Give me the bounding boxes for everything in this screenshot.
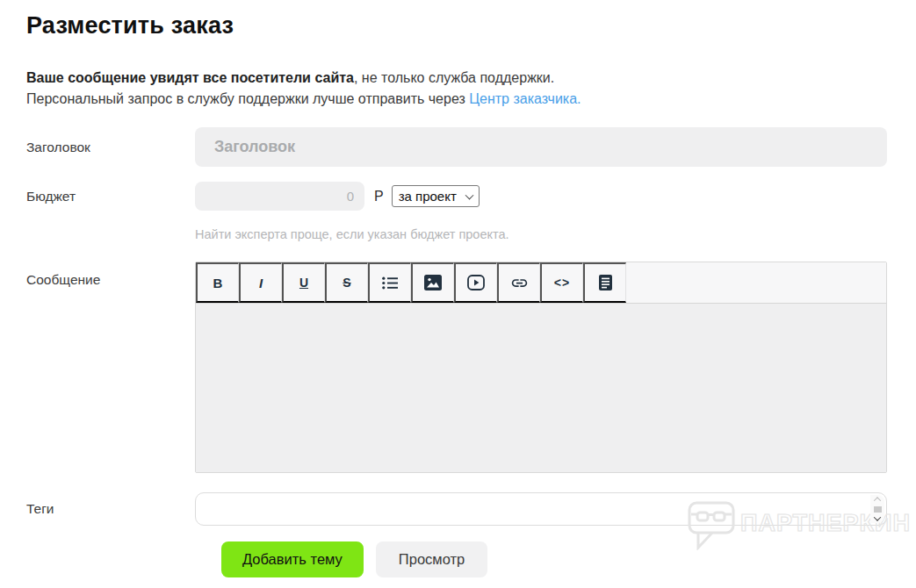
form-actions: Добавить тему Просмотр	[221, 541, 916, 577]
bold-icon: B	[213, 276, 223, 290]
intro-line-1-rest: , не только служба поддержки.	[354, 70, 554, 85]
scroll-up-button[interactable]	[870, 495, 884, 505]
order-form: Заголовок Бюджет Р за проект Найти экспе…	[26, 127, 916, 577]
image-icon	[424, 275, 442, 290]
budget-input[interactable]	[195, 182, 364, 211]
title-input[interactable]	[195, 127, 887, 167]
bold-button[interactable]: B	[196, 262, 239, 303]
budget-row: Бюджет Р за проект	[26, 182, 916, 211]
italic-icon: I	[259, 276, 263, 290]
message-editor: B I U S	[195, 262, 887, 473]
message-row: Сообщение B I U S	[26, 262, 916, 473]
code-button[interactable]: <>	[540, 262, 583, 303]
code-icon: <>	[554, 276, 570, 290]
title-row: Заголовок	[26, 127, 916, 167]
budget-unit-select-wrap: за проект	[392, 185, 480, 207]
budget-label: Бюджет	[26, 189, 195, 204]
intro-line-1-bold: Ваше сообщение увидят все посетители сай…	[26, 70, 354, 85]
preview-button[interactable]: Просмотр	[376, 541, 487, 577]
message-label: Сообщение	[26, 262, 195, 288]
currency-label: Р	[374, 189, 384, 204]
tags-scrollbar[interactable]	[870, 495, 884, 523]
insert-video-button[interactable]	[454, 262, 497, 303]
insert-link-button[interactable]	[497, 262, 540, 303]
bullet-list-button[interactable]	[368, 262, 411, 303]
tags-label: Теги	[26, 501, 195, 517]
title-label: Заголовок	[26, 140, 195, 155]
insert-image-button[interactable]	[411, 262, 454, 303]
intro-text: Ваше сообщение увидят все посетители сай…	[26, 68, 916, 110]
scrollbar-thumb[interactable]	[874, 506, 882, 513]
italic-button[interactable]: I	[239, 262, 282, 303]
budget-hint-row: Найти эксперта проще, если указан бюджет…	[26, 228, 916, 241]
underline-button[interactable]: U	[282, 262, 325, 303]
scroll-down-button[interactable]	[870, 514, 884, 524]
editor-toolbar: B I U S	[196, 262, 886, 304]
customer-center-link[interactable]: Центр заказчика.	[469, 91, 581, 106]
page-title: Разместить заказ	[26, 12, 916, 39]
link-icon	[510, 274, 529, 292]
message-editor-body[interactable]	[196, 304, 886, 472]
tags-input[interactable]	[196, 493, 886, 525]
budget-unit-select[interactable]: за проект	[392, 185, 480, 207]
budget-hint: Найти эксперта проще, если указан бюджет…	[195, 228, 509, 241]
intro-line-1: Ваше сообщение увидят все посетители сай…	[26, 68, 916, 89]
chevron-down-icon	[874, 513, 881, 520]
bullet-list-icon	[382, 276, 398, 290]
tags-row: Теги	[26, 492, 916, 526]
budget-control: Р за проект	[195, 182, 480, 211]
place-order-page: Разместить заказ Ваше сообщение увидят в…	[0, 12, 916, 588]
chevron-up-icon	[874, 497, 881, 504]
tags-box	[195, 492, 887, 526]
article-icon	[599, 275, 612, 290]
video-icon	[467, 275, 485, 290]
underline-icon: U	[299, 276, 308, 290]
intro-line-2: Персональный запрос в службу поддержки л…	[26, 89, 916, 110]
strikethrough-icon: S	[343, 276, 350, 290]
intro-line-2-text: Персональный запрос в службу поддержки л…	[26, 91, 469, 106]
article-button[interactable]	[583, 262, 626, 303]
strikethrough-button[interactable]: S	[325, 262, 368, 303]
add-topic-button[interactable]: Добавить тему	[221, 541, 364, 577]
